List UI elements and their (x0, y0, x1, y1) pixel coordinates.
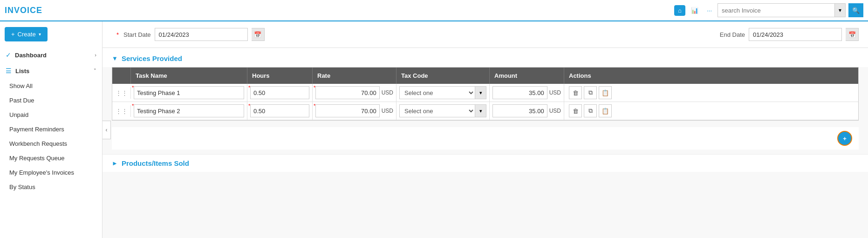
row1-hours-required: * (248, 85, 250, 90)
paste-icon-2: 📋 (601, 108, 609, 115)
dashboard-chevron-icon: › (95, 52, 96, 58)
search-input[interactable] (718, 7, 834, 14)
products-section-header: ► Products/Items Sold (103, 154, 868, 172)
row2-copy-button[interactable]: ⧉ (584, 104, 597, 117)
row1-delete-button[interactable]: 🗑 (569, 86, 582, 99)
sidebar-sub-item-past-due[interactable]: Past Due (0, 93, 102, 108)
form-area: * Start Date 📅 End Date 📅 (103, 21, 868, 48)
start-date-field: * Start Date 📅 (116, 28, 265, 41)
th-task-name: Task Name (131, 68, 247, 84)
page-content: ‹ * Start Date 📅 End Date (103, 21, 868, 238)
row1-amount-unit: USD (549, 89, 561, 96)
start-date-label: Start Date (123, 31, 151, 38)
search-go-button[interactable]: 🔍 (848, 3, 863, 17)
row2-tax-code-select[interactable]: Select one (400, 105, 475, 117)
chart-button[interactable]: 📊 (688, 5, 701, 16)
row2-amount-unit: USD (549, 108, 561, 114)
th-drag (112, 68, 131, 84)
row2-task-name-input[interactable] (134, 104, 244, 117)
sidebar-sub-item-unpaid[interactable]: Unpaid (0, 108, 102, 122)
lists-icon: ☰ (6, 67, 12, 75)
row2-rate-input[interactable] (315, 104, 380, 117)
th-actions: Actions (564, 68, 858, 84)
row2-hours-input[interactable] (250, 104, 309, 117)
products-chevron-icon[interactable]: ► (112, 160, 118, 167)
drag-icon: ⋮⋮ (116, 89, 128, 96)
sidebar: + Create ▾ ✓ Dashboard › ☰ Lists ˅ Show … (0, 21, 103, 238)
search-icon: 🔍 (852, 7, 860, 14)
end-date-input[interactable] (749, 28, 842, 41)
row2-hours-cell: * (247, 102, 313, 120)
create-chevron-icon: ▾ (39, 32, 41, 37)
copy-icon-2: ⧉ (588, 107, 593, 115)
add-icon: + (843, 135, 847, 142)
ellipsis-icon: ··· (707, 7, 712, 14)
row1-tax-code-select[interactable]: Select one (400, 87, 475, 99)
sidebar-collapse-button[interactable]: ‹ (103, 121, 111, 139)
th-amount: Amount (490, 68, 564, 84)
sidebar-item-lists[interactable]: ☰ Lists ˅ (0, 63, 102, 79)
drag-icon-2: ⋮⋮ (116, 108, 128, 115)
row2-task-name-cell: * (131, 102, 247, 120)
services-section-title: Services Provided (122, 54, 182, 62)
row2-rate-cell: * USD (313, 102, 396, 120)
sidebar-item-dashboard[interactable]: ✓ Dashboard › (0, 47, 102, 63)
chart-icon: 📊 (691, 7, 698, 14)
start-date-required-marker: * (116, 31, 119, 38)
row1-rate-input[interactable] (315, 86, 380, 99)
end-calendar-icon: 📅 (848, 31, 856, 38)
trash-icon-2: 🗑 (573, 108, 579, 115)
start-date-input[interactable] (155, 28, 248, 41)
row1-drag-handle[interactable]: ⋮⋮ (112, 87, 131, 99)
th-tax-code: Tax Code (396, 68, 490, 84)
add-row-button[interactable]: + (837, 131, 852, 146)
row1-task-name-input[interactable] (134, 86, 244, 99)
services-chevron-icon[interactable]: ▼ (112, 55, 118, 62)
row1-paste-button[interactable]: 📋 (599, 86, 612, 99)
row1-rate-cell: * USD (313, 84, 396, 102)
row1-amount-input[interactable] (492, 86, 547, 99)
dashboard-icon: ✓ (6, 51, 11, 59)
row1-tax-code-dropdown-button[interactable]: ▾ (475, 87, 486, 99)
end-date-calendar-button[interactable]: 📅 (846, 28, 859, 41)
services-section-header: ▼ Services Provided (103, 48, 868, 67)
app-title: INVOICE (5, 6, 107, 15)
services-table: Task Name Hours Rate Tax Code Amount (112, 67, 859, 121)
search-dropdown-button[interactable]: ▾ (834, 4, 845, 17)
end-date-field: End Date 📅 (720, 28, 859, 41)
sidebar-sub-item-my-requests-queue[interactable]: My Requests Queue (0, 151, 102, 165)
start-date-calendar-button[interactable]: 📅 (252, 28, 265, 41)
create-button[interactable]: + Create ▾ (5, 27, 48, 41)
row2-drag-handle[interactable]: ⋮⋮ (112, 105, 131, 117)
sidebar-sub-item-by-status[interactable]: By Status (0, 180, 102, 194)
calendar-icon: 📅 (254, 31, 261, 38)
sidebar-item-label-lists: Lists (15, 68, 94, 75)
sidebar-item-label-dashboard: Dashboard (15, 52, 95, 59)
row1-tax-code-cell: Select one ▾ (396, 84, 490, 102)
add-row-area: + (112, 127, 859, 150)
end-date-label: End Date (720, 31, 745, 38)
more-options-button[interactable]: ··· (704, 5, 715, 16)
table-header-row: Task Name Hours Rate Tax Code Amount (112, 68, 858, 84)
row2-rate-required: * (314, 103, 315, 109)
row2-actions-cell: 🗑 ⧉ 📋 (564, 102, 858, 120)
table-row: ⋮⋮ * * * USD (112, 84, 858, 102)
row2-paste-button[interactable]: 📋 (599, 104, 612, 117)
sidebar-sub-item-payment-reminders[interactable]: Payment Reminders (0, 122, 102, 136)
sidebar-sub-item-my-employees-invoices[interactable]: My Employee's Invoices (0, 165, 102, 180)
row2-tax-code-cell: Select one ▾ (396, 102, 490, 120)
th-hours: Hours (247, 68, 313, 84)
copy-icon: ⧉ (588, 89, 593, 96)
row2-tax-code-dropdown-button[interactable]: ▾ (475, 105, 486, 117)
sidebar-sub-item-workbench-requests[interactable]: Workbench Requests (0, 136, 102, 151)
search-container: ▾ (718, 3, 846, 17)
sidebar-sub-item-show-all[interactable]: Show All (0, 79, 102, 93)
row2-delete-button[interactable]: 🗑 (569, 104, 582, 117)
row2-hours-required: * (248, 103, 250, 109)
row1-rate-unit: USD (382, 89, 393, 96)
row1-copy-button[interactable]: ⧉ (584, 86, 597, 99)
row1-hours-input[interactable] (250, 86, 309, 99)
row2-amount-input[interactable] (492, 104, 547, 117)
home-button[interactable]: ⌂ (674, 5, 685, 16)
trash-icon: 🗑 (573, 89, 579, 96)
